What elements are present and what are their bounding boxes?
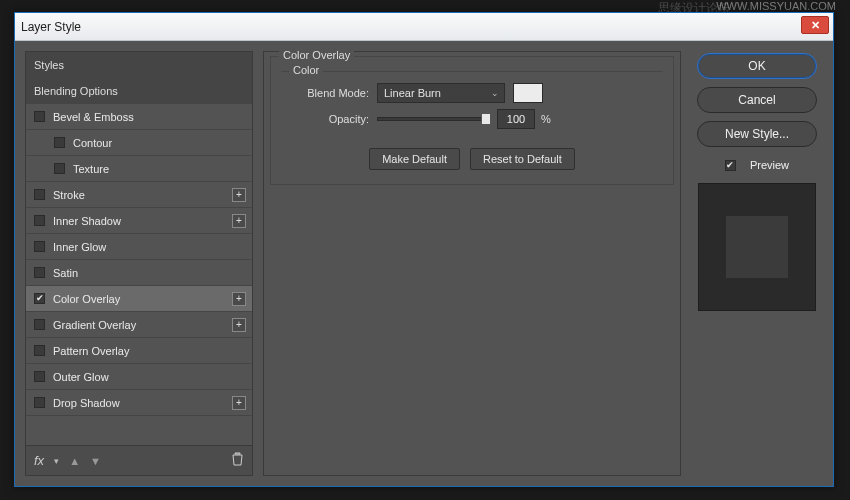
effect-label: Bevel & Emboss <box>53 111 134 123</box>
effect-texture[interactable]: Texture <box>26 156 252 182</box>
preview-checkbox[interactable] <box>725 160 736 171</box>
effect-label: Inner Shadow <box>53 215 121 227</box>
effect-label: Stroke <box>53 189 85 201</box>
ok-button[interactable]: OK <box>697 53 817 79</box>
color-swatch[interactable] <box>513 83 543 103</box>
group-title: Color Overlay <box>279 49 354 61</box>
add-instance-icon[interactable]: + <box>232 214 246 228</box>
blend-mode-label: Blend Mode: <box>291 87 377 99</box>
opacity-slider[interactable] <box>377 117 491 121</box>
checkbox[interactable] <box>34 215 45 226</box>
color-overlay-group: Color Overlay Color Blend Mode: Linear B… <box>270 56 674 185</box>
effect-label: Drop Shadow <box>53 397 120 409</box>
effect-label: Color Overlay <box>53 293 120 305</box>
effect-outer-glow[interactable]: Outer Glow <box>26 364 252 390</box>
checkbox[interactable] <box>34 267 45 278</box>
add-instance-icon[interactable]: + <box>232 318 246 332</box>
checkbox[interactable] <box>34 111 45 122</box>
effect-label: Outer Glow <box>53 371 109 383</box>
chevron-down-icon: ⌄ <box>491 88 499 98</box>
effect-label: Satin <box>53 267 78 279</box>
color-group-title: Color <box>289 64 323 76</box>
checkbox[interactable] <box>34 319 45 330</box>
effect-satin[interactable]: Satin <box>26 260 252 286</box>
effect-label: Texture <box>73 163 109 175</box>
make-default-button[interactable]: Make Default <box>369 148 460 170</box>
checkbox[interactable] <box>34 293 45 304</box>
effect-label: Inner Glow <box>53 241 106 253</box>
new-style-button[interactable]: New Style... <box>697 121 817 147</box>
effect-label: Contour <box>73 137 112 149</box>
effect-stroke[interactable]: Stroke+ <box>26 182 252 208</box>
checkbox[interactable] <box>34 189 45 200</box>
blend-mode-select[interactable]: Linear Burn ⌄ <box>377 83 505 103</box>
effect-drop-shadow[interactable]: Drop Shadow+ <box>26 390 252 416</box>
effect-contour[interactable]: Contour <box>26 130 252 156</box>
effect-label: Pattern Overlay <box>53 345 129 357</box>
effect-inner-shadow[interactable]: Inner Shadow+ <box>26 208 252 234</box>
effects-sidebar: Styles Blending Options Bevel & Emboss C… <box>25 51 253 476</box>
move-down-icon[interactable]: ▼ <box>90 455 101 467</box>
effect-label: Gradient Overlay <box>53 319 136 331</box>
settings-panel: Color Overlay Color Blend Mode: Linear B… <box>263 51 681 476</box>
blending-options-header[interactable]: Blending Options <box>26 78 252 104</box>
checkbox[interactable] <box>34 397 45 408</box>
blend-mode-value: Linear Burn <box>384 87 441 99</box>
checkbox[interactable] <box>34 371 45 382</box>
preview-label: Preview <box>750 159 789 171</box>
sidebar-footer: fx ▾ ▲ ▼ <box>25 446 253 476</box>
cancel-button[interactable]: Cancel <box>697 87 817 113</box>
layer-style-dialog: Layer Style ✕ Styles Blending Options Be… <box>14 12 834 487</box>
dialog-title: Layer Style <box>21 20 81 34</box>
styles-header[interactable]: Styles <box>26 52 252 78</box>
trash-icon[interactable] <box>231 452 244 469</box>
titlebar: Layer Style ✕ <box>15 13 833 41</box>
move-up-icon[interactable]: ▲ <box>69 455 80 467</box>
reset-default-button[interactable]: Reset to Default <box>470 148 575 170</box>
effect-color-overlay[interactable]: Color Overlay+ <box>26 286 252 312</box>
chevron-down-icon: ▾ <box>54 456 59 466</box>
fx-menu[interactable]: fx <box>34 453 44 468</box>
checkbox[interactable] <box>54 137 65 148</box>
effect-gradient-overlay[interactable]: Gradient Overlay+ <box>26 312 252 338</box>
opacity-unit: % <box>541 113 551 125</box>
close-button[interactable]: ✕ <box>801 16 829 34</box>
preview-thumbnail <box>698 183 816 311</box>
checkbox[interactable] <box>34 345 45 356</box>
add-instance-icon[interactable]: + <box>232 396 246 410</box>
checkbox[interactable] <box>54 163 65 174</box>
effect-inner-glow[interactable]: Inner Glow <box>26 234 252 260</box>
checkbox[interactable] <box>34 241 45 252</box>
opacity-label: Opacity: <box>291 113 377 125</box>
opacity-input[interactable] <box>497 109 535 129</box>
add-instance-icon[interactable]: + <box>232 188 246 202</box>
preview-swatch <box>726 216 788 278</box>
effect-bevel-emboss[interactable]: Bevel & Emboss <box>26 104 252 130</box>
color-group: Color Blend Mode: Linear Burn ⌄ Opacity: <box>281 71 663 136</box>
add-instance-icon[interactable]: + <box>232 292 246 306</box>
slider-thumb[interactable] <box>481 113 491 125</box>
effect-pattern-overlay[interactable]: Pattern Overlay <box>26 338 252 364</box>
actions-column: OK Cancel New Style... Preview <box>691 51 823 476</box>
close-icon: ✕ <box>811 19 820 32</box>
